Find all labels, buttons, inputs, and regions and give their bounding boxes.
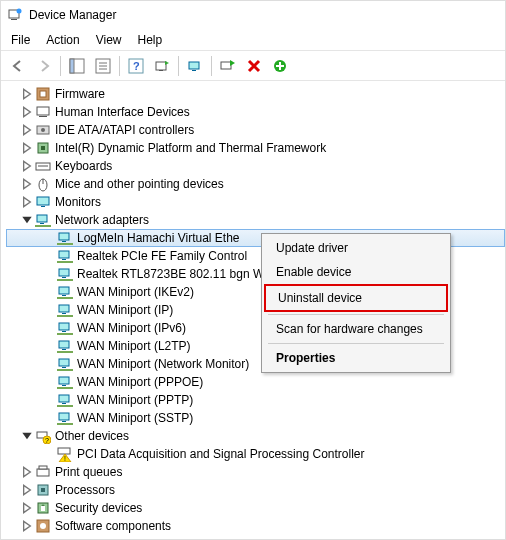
svg-rect-15 [221, 62, 231, 69]
expand-icon[interactable] [21, 196, 33, 208]
expand-icon[interactable] [21, 502, 33, 514]
help-button[interactable]: ? [125, 55, 147, 77]
expand-icon[interactable] [21, 520, 33, 532]
tree-node-label: WAN Miniport (Network Monitor) [77, 357, 249, 371]
svg-point-2 [17, 9, 22, 14]
menu-action[interactable]: Action [46, 33, 79, 47]
chip-icon [35, 140, 51, 156]
cpu-icon [35, 482, 51, 498]
svg-rect-41 [62, 277, 66, 278]
svg-rect-44 [62, 295, 66, 296]
expand-icon[interactable] [21, 88, 33, 100]
tree-node[interactable]: Security devices [7, 499, 505, 517]
context-menu-item[interactable]: Properties [264, 346, 448, 370]
context-menu-item[interactable]: Update driver [264, 236, 448, 260]
network-icon [57, 302, 73, 318]
tree-node[interactable]: Print queues [7, 463, 505, 481]
svg-rect-42 [57, 279, 73, 281]
svg-rect-59 [62, 385, 66, 386]
context-menu: Update driverEnable deviceUninstall devi… [261, 233, 451, 373]
collapse-icon[interactable] [21, 214, 33, 226]
tree-node[interactable]: IDE ATA/ATAPI controllers [7, 121, 505, 139]
svg-rect-54 [57, 351, 73, 353]
expand-icon[interactable] [21, 106, 33, 118]
svg-rect-64 [59, 413, 69, 420]
svg-rect-55 [59, 359, 69, 366]
menu-view[interactable]: View [96, 33, 122, 47]
svg-rect-29 [37, 197, 49, 205]
expand-icon[interactable] [21, 466, 33, 478]
toggle-spacer [43, 394, 55, 406]
tree-node-label: Human Interface Devices [55, 105, 190, 119]
toggle-spacer [43, 340, 55, 352]
svg-rect-35 [62, 241, 66, 242]
svg-point-78 [40, 523, 46, 529]
scan-changes-button[interactable] [269, 55, 291, 77]
context-menu-item[interactable]: Uninstall device [266, 286, 446, 310]
tree-node-label: Other devices [55, 429, 129, 443]
menu-file[interactable]: File [11, 33, 30, 47]
toggle-spacer [43, 358, 55, 370]
expand-icon[interactable] [21, 484, 33, 496]
svg-rect-50 [62, 331, 66, 332]
tree-node-label: Intel(R) Dynamic Platform and Thermal Fr… [55, 141, 326, 155]
titlebar: Device Manager [1, 1, 505, 29]
svg-rect-72 [37, 469, 49, 476]
network-icon [57, 284, 73, 300]
network-icon [57, 410, 73, 426]
network-icon [57, 338, 73, 354]
forward-button[interactable] [33, 55, 55, 77]
uninstall-device-button[interactable] [243, 55, 265, 77]
tree-node[interactable]: Mice and other pointing devices [7, 175, 505, 193]
properties-button[interactable] [92, 55, 114, 77]
monitor-icon [35, 194, 51, 210]
tree-node[interactable]: Processors [7, 481, 505, 499]
expand-icon[interactable] [21, 142, 33, 154]
tree-node[interactable]: WAN Miniport (PPTP) [7, 391, 505, 409]
tree-node[interactable]: Software components [7, 517, 505, 535]
expand-icon[interactable] [21, 178, 33, 190]
window-title: Device Manager [29, 8, 499, 22]
menu-help[interactable]: Help [138, 33, 163, 47]
tree-node[interactable]: WAN Miniport (PPPOE) [7, 373, 505, 391]
toggle-spacer [43, 322, 55, 334]
tree-node[interactable]: ?Other devices [7, 427, 505, 445]
svg-rect-33 [35, 225, 51, 227]
collapse-icon[interactable] [21, 430, 33, 442]
keyboard-icon [35, 158, 51, 174]
back-button[interactable] [7, 55, 29, 77]
tree-node[interactable]: Human Interface Devices [7, 103, 505, 121]
expand-icon[interactable] [21, 160, 33, 172]
scan-hardware-button[interactable] [151, 55, 173, 77]
svg-rect-60 [57, 387, 73, 389]
update-driver-button[interactable] [184, 55, 206, 77]
svg-rect-34 [59, 233, 69, 240]
context-menu-item[interactable]: Enable device [264, 260, 448, 284]
show-hide-tree-button[interactable] [66, 55, 88, 77]
tree-node-label: Software components [55, 519, 171, 533]
warn-icon: ! [57, 446, 73, 462]
tree-node[interactable]: Firmware [7, 85, 505, 103]
context-menu-item[interactable]: Scan for hardware changes [264, 317, 448, 341]
expand-icon[interactable] [21, 124, 33, 136]
svg-rect-57 [57, 369, 73, 371]
tree-node[interactable]: Intel(R) Dynamic Platform and Thermal Fr… [7, 139, 505, 157]
hid-icon [35, 104, 51, 120]
toolbar: ? [1, 51, 505, 81]
tree-node[interactable]: WAN Miniport (SSTP) [7, 409, 505, 427]
network-icon [57, 356, 73, 372]
toggle-spacer [43, 376, 55, 388]
toggle-spacer [43, 268, 55, 280]
tree-node[interactable]: Keyboards [7, 157, 505, 175]
tree-node[interactable]: Monitors [7, 193, 505, 211]
tree-node[interactable]: !PCI Data Acquisition and Signal Process… [7, 445, 505, 463]
enable-device-button[interactable] [217, 55, 239, 77]
tree-node[interactable]: Network adapters [7, 211, 505, 229]
svg-point-22 [41, 128, 45, 132]
svg-rect-32 [40, 223, 44, 224]
svg-text:!: ! [64, 455, 66, 462]
tree-node-label: WAN Miniport (IP) [77, 303, 173, 317]
svg-rect-61 [59, 395, 69, 402]
svg-rect-62 [62, 403, 66, 404]
app-icon [7, 7, 23, 23]
